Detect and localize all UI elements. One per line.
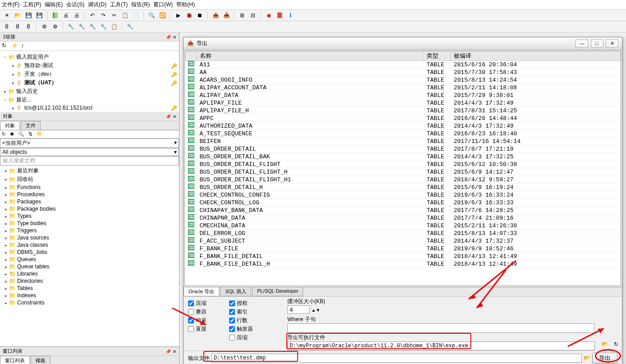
- tree-item[interactable]: ▸Indexes: [1, 292, 178, 299]
- cut-icon[interactable]: ✂: [109, 11, 119, 20]
- user-dropdown[interactable]: <当前用户>▾: [0, 138, 179, 148]
- table-row[interactable]: A11TABLE2015/6/16 20:36:04: [185, 61, 621, 69]
- where-input[interactable]: [287, 323, 595, 333]
- db1-icon[interactable]: 🛢: [2, 22, 12, 31]
- table-row[interactable]: BUS_ORDER_DETAIL_FLIGHTTABLE2015/6/12 10…: [185, 161, 621, 168]
- menu-window[interactable]: 窗口(W): [153, 1, 173, 9]
- printall-icon[interactable]: 🖨: [72, 11, 82, 20]
- objects-tree[interactable]: ▸最近对象▸回收站▸Functions▸Procedures▸Packages▸…: [0, 166, 179, 346]
- tree-item[interactable]: ▸Types: [1, 212, 178, 220]
- db2-icon[interactable]: 🛢: [13, 22, 23, 31]
- tool4-icon[interactable]: 🔧: [98, 22, 108, 31]
- undo-icon[interactable]: ↶: [87, 11, 97, 20]
- export-button[interactable]: 导出: [592, 353, 617, 364]
- close-icon[interactable]: ✕: [606, 39, 618, 47]
- chk-rows[interactable]: 行数: [229, 317, 253, 324]
- tables-grid[interactable]: 名称 类型 被编译 A11TABLE2015/6/16 20:36:04AATA…: [185, 51, 621, 268]
- tab-files[interactable]: 文件: [21, 121, 41, 130]
- run-icon[interactable]: ▶: [173, 11, 183, 20]
- tree-item[interactable]: ▸Triggers: [1, 227, 178, 234]
- export-icon[interactable]: 📤: [211, 11, 221, 20]
- table-row[interactable]: BEIFENTABLE2017/11/16 14:54:14: [185, 138, 621, 145]
- session1-icon[interactable]: ⚙: [39, 22, 49, 31]
- menu-help[interactable]: 帮助(H): [176, 1, 195, 9]
- panel-close-icon[interactable]: ✕: [173, 114, 176, 119]
- tree-item[interactable]: ▸开发（dev）: [2, 70, 177, 78]
- table-row[interactable]: A_TEST_SEQUENCETABLE2016/8/23 16:18:40: [185, 130, 621, 138]
- table-row[interactable]: APLIPAY_FILE_HTABLE2017/8/31 15:14:25: [185, 107, 621, 115]
- sort-icon[interactable]: ↕: [21, 42, 29, 50]
- chk-direct[interactable]: 直接: [188, 325, 207, 333]
- tree-item[interactable]: ▸Directories: [1, 277, 178, 285]
- debug-icon[interactable]: 🐞: [184, 11, 194, 20]
- tab-window-list[interactable]: 窗口列表: [0, 356, 30, 364]
- find-icon[interactable]: 🔍: [147, 11, 156, 20]
- refresh-icon[interactable]: ↻: [2, 42, 10, 50]
- save-icon[interactable]: 💾: [23, 11, 33, 20]
- minimize-icon[interactable]: —: [575, 39, 588, 47]
- tree-item[interactable]: ▸预存款-测试: [2, 61, 177, 70]
- menu-session[interactable]: 会话(S): [66, 1, 84, 9]
- tab-plsql-dev[interactable]: PL/SQL Developer: [252, 287, 303, 296]
- tree-item[interactable]: ▸Libraries: [1, 270, 178, 277]
- tree-item[interactable]: ▸Tables: [1, 285, 178, 292]
- table-row[interactable]: AATABLE2015/7/30 17:58:43: [185, 69, 621, 76]
- session2-icon[interactable]: ⚙: [50, 22, 60, 31]
- window2-icon[interactable]: ⊟: [248, 11, 258, 20]
- table-row[interactable]: ALIPAY_ACCOUNT_DATATABLE2015/2/11 14:18:…: [185, 84, 621, 92]
- col-name[interactable]: 名称: [197, 51, 424, 61]
- panel-pin-icon[interactable]: 📌: [166, 349, 171, 354]
- table-row[interactable]: APPCTABLE2016/8/26 14:48:44: [185, 115, 621, 122]
- panel-close-icon[interactable]: ✕: [173, 35, 176, 40]
- browse-exe-icon[interactable]: 📂: [602, 341, 608, 347]
- menu-project[interactable]: 工程(P): [23, 1, 41, 9]
- paste-icon[interactable]: 📄: [131, 11, 141, 20]
- menu-debug[interactable]: 调试(D): [88, 1, 106, 9]
- sort-icon[interactable]: ⇅: [28, 131, 32, 137]
- table-row[interactable]: CHINAPAY_BANK_DATATABLE2017/7/6 14:28:25: [185, 207, 621, 214]
- tree-item[interactable]: −最近...: [2, 96, 177, 104]
- tab-sql-insert[interactable]: SQL 插入: [220, 287, 251, 296]
- panel-pin-icon[interactable]: 📌: [166, 114, 171, 119]
- chk-constraint[interactable]: 约束: [188, 317, 207, 324]
- stop-icon[interactable]: ⏹: [195, 11, 205, 20]
- tree-item[interactable]: ▸Type bodies: [1, 220, 178, 227]
- menu-edit[interactable]: 编辑(E): [45, 1, 63, 9]
- refresh-icon[interactable]: ↻: [2, 131, 6, 137]
- buffer-input[interactable]: [287, 305, 310, 314]
- table-row[interactable]: CHECK_CONTROL_LOGTABLE2019/6/3 16:33:33: [185, 199, 621, 207]
- table-row[interactable]: BUS_ORDER_DETAIL_FLIGHT_H1TABLE2018/4/12…: [185, 176, 621, 184]
- tool3-icon[interactable]: 🔧: [87, 22, 97, 31]
- folder-icon[interactable]: 📁: [37, 131, 43, 137]
- pdf-icon[interactable]: 📕: [275, 11, 285, 20]
- tree-item[interactable]: ▸测试（UAT）: [2, 78, 177, 87]
- tab-oracle-export[interactable]: Oracle 导出: [184, 287, 219, 296]
- print-icon[interactable]: 🖨: [61, 11, 71, 20]
- chk-index[interactable]: 索引: [229, 308, 253, 316]
- tree-item[interactable]: −载入固定用户: [2, 53, 177, 61]
- tool5-icon[interactable]: 📋: [109, 22, 119, 31]
- tree-item[interactable]: ▸Package bodies: [1, 205, 178, 212]
- output-input[interactable]: [212, 354, 582, 363]
- table-row[interactable]: CMECHINA_DATATABLE2015/2/11 14:26:38: [185, 222, 621, 230]
- import-icon[interactable]: 📥: [221, 11, 231, 20]
- tab-objects[interactable]: 对象: [0, 121, 20, 130]
- filter-icon[interactable]: ⚡: [11, 42, 19, 50]
- refresh-exe-icon[interactable]: ↻: [614, 341, 618, 347]
- panel-pin-icon[interactable]: 📌: [166, 35, 171, 40]
- table-row[interactable]: BUS_ORDER_DETAIL_BAKTABLE2014/4/3 17:32:…: [185, 153, 621, 161]
- table-row[interactable]: BUS_ORDER_DETAIL_FLIGHT_HTABLE2015/6/9 1…: [185, 168, 621, 176]
- table-row[interactable]: AUTHORIZED_DATATABLE2014/4/3 17:32:49: [185, 122, 621, 130]
- browse-output-icon[interactable]: 📂: [584, 355, 590, 361]
- tool1-icon[interactable]: 🔧: [66, 22, 76, 31]
- tool2-icon[interactable]: 🔧: [77, 22, 87, 31]
- new-obj-icon[interactable]: ✱: [10, 131, 14, 137]
- filter-dropdown[interactable]: All objects▾: [0, 148, 179, 156]
- info-icon[interactable]: ℹ: [285, 11, 295, 20]
- table-row[interactable]: ACARS_OOOI_INFOTABLE2015/8/13 14:24:54: [185, 76, 621, 84]
- tree-item[interactable]: ▸tcn@10.12.102.61:1521/orcl: [2, 104, 177, 111]
- tree-item[interactable]: ▸Procedures: [1, 191, 178, 198]
- table-row[interactable]: BUS_ORDER_DETAILTABLE2017/8/7 17:21:19: [185, 145, 621, 153]
- table-row[interactable]: F_BANK_FILETABLE2019/9/9 10:52:46: [185, 245, 621, 253]
- table-row[interactable]: DEL_ERROR_LOGTABLE2015/8/13 14:07:33: [185, 230, 621, 237]
